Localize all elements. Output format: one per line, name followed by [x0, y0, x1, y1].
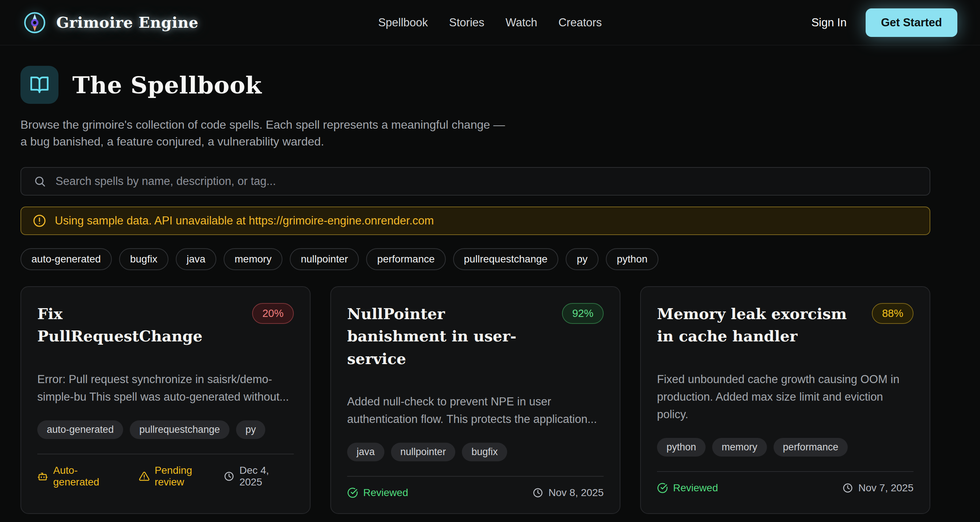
- card-footer: ReviewedNov 8, 2025: [347, 476, 604, 499]
- card-tag-memory[interactable]: memory: [712, 438, 767, 457]
- status-reviewed: Reviewed: [347, 487, 408, 499]
- warning-triangle-icon: [139, 471, 150, 482]
- spell-cards-grid: Fix PullRequestChange20%Error: Pull requ…: [21, 286, 930, 514]
- card-tag-bugfix[interactable]: bugfix: [462, 443, 507, 462]
- card-footer: Auto-generatedPending reviewDec 4, 2025: [37, 454, 294, 488]
- card-title: Memory leak exorcism in cache handler: [657, 303, 846, 348]
- card-tag-performance[interactable]: performance: [773, 438, 848, 457]
- date-label: Nov 7, 2025: [858, 482, 913, 494]
- sample-data-warning-banner: Using sample data. API unavailable at ht…: [21, 207, 930, 235]
- check-circle-icon: [347, 487, 358, 498]
- search-input[interactable]: [56, 175, 917, 188]
- main-nav: SpellbookStoriesWatchCreators: [378, 16, 602, 29]
- spell-card[interactable]: Memory leak exorcism in cache handler88%…: [640, 286, 930, 514]
- filter-pill-nullpointer[interactable]: nullpointer: [290, 248, 359, 270]
- status-group: Reviewed: [657, 482, 718, 494]
- nav-link-watch[interactable]: Watch: [506, 16, 538, 29]
- page-title: The Spellbook: [72, 71, 262, 99]
- check-circle-icon: [657, 482, 668, 493]
- status-group: Reviewed: [347, 487, 408, 499]
- get-started-button[interactable]: Get Started: [865, 8, 957, 37]
- open-book-icon: [30, 75, 49, 95]
- filter-pill-java[interactable]: java: [176, 248, 216, 270]
- card-date: Nov 8, 2025: [532, 487, 604, 499]
- card-header: Memory leak exorcism in cache handler88%: [657, 303, 913, 348]
- brand[interactable]: Grimoire Engine: [23, 11, 378, 35]
- spell-card[interactable]: NullPointer banishment in user-service92…: [330, 286, 620, 514]
- card-tag-python[interactable]: python: [657, 438, 706, 457]
- filter-pill-python[interactable]: python: [606, 248, 659, 270]
- tag-filter-row: auto-generatedbugfixjavamemorynullpointe…: [21, 248, 930, 270]
- book-icon-box: [21, 66, 59, 104]
- page-description: Browse the grimoire's collection of code…: [21, 116, 506, 150]
- nav-link-stories[interactable]: Stories: [449, 16, 484, 29]
- brand-name: Grimoire Engine: [56, 14, 199, 32]
- filter-pill-auto-generated[interactable]: auto-generated: [21, 248, 112, 270]
- filter-pill-bugfix[interactable]: bugfix: [119, 248, 169, 270]
- status-label: Pending review: [154, 465, 223, 488]
- status-reviewed: Reviewed: [657, 482, 718, 494]
- card-title: NullPointer banishment in user-service: [347, 303, 537, 371]
- card-date: Nov 7, 2025: [842, 482, 913, 494]
- status-label: Reviewed: [363, 487, 408, 499]
- nav-link-spellbook[interactable]: Spellbook: [378, 16, 428, 29]
- clock-icon: [842, 482, 853, 493]
- score-badge: 92%: [562, 303, 604, 324]
- status-label: Reviewed: [673, 482, 718, 494]
- nav-link-creators[interactable]: Creators: [558, 16, 602, 29]
- filter-pill-pullrequestchange[interactable]: pullrequestchange: [453, 248, 559, 270]
- clock-icon: [532, 487, 543, 498]
- card-tags: pythonmemoryperformance: [657, 438, 913, 457]
- status-auto-generated: Auto-generated: [37, 465, 123, 488]
- page-header: The Spellbook: [21, 66, 930, 104]
- header-actions: Sign In Get Started: [602, 8, 957, 37]
- clock-icon: [224, 471, 235, 482]
- filter-pill-py[interactable]: py: [566, 248, 598, 270]
- banner-message: Using sample data. API unavailable at ht…: [55, 214, 434, 228]
- search-bar[interactable]: [21, 167, 930, 196]
- card-tag-py[interactable]: py: [236, 420, 266, 439]
- filter-pill-performance[interactable]: performance: [366, 248, 445, 270]
- card-footer: ReviewedNov 7, 2025: [657, 471, 913, 494]
- card-title: Fix PullRequestChange: [37, 303, 227, 348]
- status-pending-review: Pending review: [139, 465, 224, 488]
- card-description: Error: Pull request synchronize in saisr…: [37, 371, 294, 406]
- status-label: Auto-generated: [53, 465, 123, 488]
- card-tags: javanullpointerbugfix: [347, 443, 604, 462]
- card-description: Added null-check to prevent NPE in user …: [347, 393, 604, 428]
- card-tag-pullrequestchange[interactable]: pullrequestchange: [130, 420, 229, 439]
- card-tag-auto-generated[interactable]: auto-generated: [37, 420, 123, 439]
- date-label: Nov 8, 2025: [549, 487, 604, 499]
- compass-logo-icon: [23, 11, 47, 35]
- spellbook-page: The Spellbook Browse the grimoire's coll…: [21, 45, 930, 514]
- score-badge: 20%: [252, 303, 294, 324]
- filter-pill-memory[interactable]: memory: [224, 248, 282, 270]
- card-date: Dec 4, 2025: [224, 465, 294, 488]
- search-icon: [33, 175, 46, 188]
- card-tag-nullpointer[interactable]: nullpointer: [391, 443, 456, 462]
- card-tags: auto-generatedpullrequestchangepy: [37, 420, 294, 439]
- card-header: Fix PullRequestChange20%: [37, 303, 294, 348]
- card-tag-java[interactable]: java: [347, 443, 384, 462]
- score-badge: 88%: [872, 303, 913, 324]
- bot-icon: [37, 471, 48, 482]
- spell-card[interactable]: Fix PullRequestChange20%Error: Pull requ…: [21, 286, 310, 514]
- date-label: Dec 4, 2025: [239, 465, 294, 488]
- top-navigation-bar: Grimoire Engine SpellbookStoriesWatchCre…: [0, 0, 980, 45]
- sign-in-link[interactable]: Sign In: [811, 16, 846, 29]
- card-description: Fixed unbounded cache growth causing OOM…: [657, 371, 913, 423]
- card-header: NullPointer banishment in user-service92…: [347, 303, 604, 371]
- alert-circle-icon: [33, 214, 46, 228]
- status-group: Auto-generatedPending review: [37, 465, 224, 488]
